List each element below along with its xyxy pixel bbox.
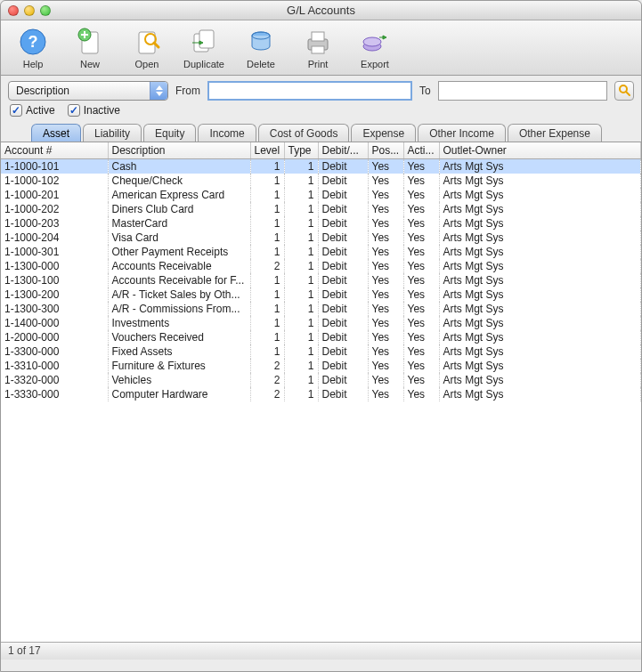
col-level[interactable]: Level (250, 142, 284, 159)
cell-level: 2 (250, 359, 284, 373)
table-row[interactable]: 1-2000-000Vouchers Received11DebitYesYes… (1, 330, 641, 344)
open-button[interactable]: Open (120, 24, 174, 69)
col-active[interactable]: Acti... (403, 142, 439, 159)
cell-level: 1 (250, 231, 284, 245)
cell-owner: Arts Mgt Sys (439, 330, 641, 344)
cell-description: Investments (108, 316, 250, 330)
cell-description: Vouchers Received (108, 330, 250, 344)
table-row[interactable]: 1-1000-101Cash11DebitYesYesArts Mgt Sys (1, 159, 641, 174)
cell-active: Yes (403, 287, 439, 302)
help-button[interactable]: ? Help (6, 24, 60, 69)
cell-description: American Express Card (108, 188, 250, 202)
tab-liability[interactable]: Liability (83, 124, 142, 142)
delete-button[interactable]: Delete (234, 24, 288, 69)
cell-debitcredit: Debit (318, 273, 368, 287)
cell-active: Yes (403, 202, 439, 216)
col-owner[interactable]: Outlet-Owner (439, 142, 641, 159)
cell-description: Cheque/Check (108, 174, 250, 188)
col-posting[interactable]: Pos... (368, 142, 403, 159)
cell-owner: Arts Mgt Sys (439, 344, 641, 359)
toolbar-label: Delete (247, 59, 275, 69)
cell-owner: Arts Mgt Sys (439, 273, 641, 287)
status-filters: ✓ Active ✓ Inactive (1, 102, 641, 122)
to-input[interactable] (438, 81, 607, 101)
export-button[interactable]: Export (348, 24, 402, 69)
col-type[interactable]: Type (284, 142, 318, 159)
print-button[interactable]: Print (291, 24, 345, 69)
cell-owner: Arts Mgt Sys (439, 359, 641, 373)
table-row[interactable]: 1-1300-100Accounts Receivable for F...11… (1, 273, 641, 287)
cell-debitcredit: Debit (318, 344, 368, 359)
table-row[interactable]: 1-1000-301Other Payment Receipts11DebitY… (1, 245, 641, 259)
delete-icon (245, 26, 277, 58)
table-row[interactable]: 1-1000-203MasterCard11DebitYesYesArts Mg… (1, 216, 641, 231)
inactive-checkbox[interactable]: ✓ Inactive (68, 104, 120, 117)
table-row[interactable]: 1-3320-000Vehicles21DebitYesYesArts Mgt … (1, 373, 641, 387)
cell-active: Yes (403, 387, 439, 401)
cell-debitcredit: Debit (318, 159, 368, 174)
tab-cost-of-goods[interactable]: Cost of Goods (258, 124, 350, 142)
filter-field-select[interactable]: Description (8, 81, 168, 101)
cell-active: Yes (403, 231, 439, 245)
table-row[interactable]: 1-1300-300A/R - Commissions From...11Deb… (1, 302, 641, 316)
new-button[interactable]: New (63, 24, 117, 69)
table-row[interactable]: 1-1000-204Visa Card11DebitYesYesArts Mgt… (1, 231, 641, 245)
cell-type: 1 (284, 159, 318, 174)
cell-description: A/R - Ticket Sales by Oth... (108, 287, 250, 302)
cell-owner: Arts Mgt Sys (439, 259, 641, 273)
cell-owner: Arts Mgt Sys (439, 245, 641, 259)
select-arrows-icon (150, 82, 167, 100)
svg-rect-8 (199, 30, 214, 48)
cell-level: 1 (250, 174, 284, 188)
tab-equity[interactable]: Equity (143, 124, 196, 142)
tab-other-expense[interactable]: Other Expense (508, 124, 602, 142)
cell-type: 1 (284, 259, 318, 273)
duplicate-button[interactable]: Duplicate (177, 24, 231, 69)
cell-active: Yes (403, 159, 439, 174)
table-row[interactable]: 1-1400-000Investments11DebitYesYesArts M… (1, 316, 641, 330)
col-description[interactable]: Description (108, 142, 250, 159)
col-debitcredit[interactable]: Debit/... (318, 142, 368, 159)
print-icon (302, 26, 334, 58)
tab-asset[interactable]: Asset (31, 124, 81, 142)
cell-posting: Yes (368, 202, 403, 216)
cell-type: 1 (284, 216, 318, 231)
cell-active: Yes (403, 188, 439, 202)
cell-type: 1 (284, 231, 318, 245)
open-icon (131, 26, 163, 58)
table-row[interactable]: 1-1000-202Diners Club Card11DebitYesYesA… (1, 202, 641, 216)
tab-other-income[interactable]: Other Income (418, 124, 506, 142)
table-row[interactable]: 1-1000-201American Express Card11DebitYe… (1, 188, 641, 202)
col-account[interactable]: Account # (1, 142, 108, 159)
table-row[interactable]: 1-1300-000Accounts Receivable21DebitYesY… (1, 259, 641, 273)
table-row[interactable]: 1-3310-000Furniture & Fixtures21DebitYes… (1, 359, 641, 373)
tab-expense[interactable]: Expense (351, 124, 416, 142)
cell-type: 1 (284, 344, 318, 359)
svg-point-15 (363, 37, 381, 46)
cell-description: Vehicles (108, 373, 250, 387)
cell-debitcredit: Debit (318, 373, 368, 387)
cell-description: Cash (108, 159, 250, 174)
duplicate-icon (188, 26, 220, 58)
cell-type: 1 (284, 202, 318, 216)
cell-level: 1 (250, 344, 284, 359)
cell-posting: Yes (368, 287, 403, 302)
toolbar-label: Export (361, 59, 389, 69)
cell-description: Diners Club Card (108, 202, 250, 216)
cell-posting: Yes (368, 387, 403, 401)
search-button[interactable] (614, 81, 634, 101)
table-row[interactable]: 1-3300-000Fixed Assets11DebitYesYesArts … (1, 344, 641, 359)
cell-level: 1 (250, 245, 284, 259)
table-row[interactable]: 1-3330-000Computer Hardware21DebitYesYes… (1, 387, 641, 401)
active-checkbox[interactable]: ✓ Active (10, 104, 55, 117)
cell-debitcredit: Debit (318, 302, 368, 316)
from-input[interactable] (207, 81, 412, 101)
table-row[interactable]: 1-1000-102Cheque/Check11DebitYesYesArts … (1, 174, 641, 188)
cell-type: 1 (284, 287, 318, 302)
cell-active: Yes (403, 359, 439, 373)
toolbar: ? Help New Open Duplicate Delete Print (1, 20, 641, 76)
cell-account: 1-3300-000 (1, 344, 108, 359)
tab-income[interactable]: Income (198, 124, 256, 142)
accounts-table-container[interactable]: Account # Description Level Type Debit/.… (1, 142, 641, 642)
table-row[interactable]: 1-1300-200A/R - Ticket Sales by Oth...11… (1, 287, 641, 302)
